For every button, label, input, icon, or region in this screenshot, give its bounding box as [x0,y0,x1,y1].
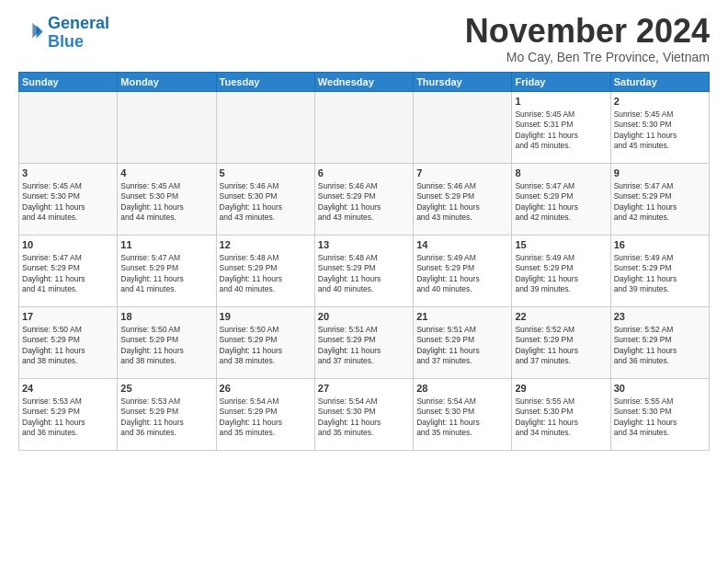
day-info: Sunrise: 5:53 AMSunset: 5:29 PMDaylight:… [120,396,212,439]
calendar-cell: 14Sunrise: 5:49 AMSunset: 5:29 PMDayligh… [414,236,512,307]
day-info: Sunrise: 5:50 AMSunset: 5:29 PMDaylight:… [120,325,212,367]
day-info: Sunrise: 5:46 AMSunset: 5:29 PMDaylight:… [416,181,508,224]
day-number: 4 [120,167,212,180]
weekday-header: Friday [512,73,610,92]
day-number: 25 [120,382,212,396]
weekday-header: Sunday [19,73,118,92]
page: General Blue November 2024 Mo Cay, Ben T… [0,0,728,460]
calendar-cell: 21Sunrise: 5:51 AMSunset: 5:29 PMDayligh… [414,307,512,379]
day-number: 3 [22,167,114,180]
month-title: November 2024 [465,15,710,48]
day-info: Sunrise: 5:52 AMSunset: 5:29 PMDaylight:… [614,325,706,367]
day-info: Sunrise: 5:45 AMSunset: 5:30 PMDaylight:… [120,181,212,224]
logo-text: General Blue [48,15,109,52]
weekday-header: Monday [118,73,216,92]
calendar-cell: 22Sunrise: 5:52 AMSunset: 5:29 PMDayligh… [512,307,610,379]
logo-icon [18,20,44,46]
calendar-week-row: 17Sunrise: 5:50 AMSunset: 5:29 PMDayligh… [19,307,710,379]
calendar-cell: 6Sunrise: 5:46 AMSunset: 5:29 PMDaylight… [314,164,413,236]
day-info: Sunrise: 5:47 AMSunset: 5:29 PMDaylight:… [515,181,607,224]
day-number: 9 [614,167,706,180]
weekday-header: Saturday [610,73,709,92]
day-info: Sunrise: 5:52 AMSunset: 5:29 PMDaylight:… [515,325,607,367]
day-info: Sunrise: 5:46 AMSunset: 5:30 PMDaylight:… [220,181,312,224]
calendar-cell: 25Sunrise: 5:53 AMSunset: 5:29 PMDayligh… [118,379,216,451]
day-info: Sunrise: 5:45 AMSunset: 5:31 PMDaylight:… [515,109,607,152]
calendar-cell: 17Sunrise: 5:50 AMSunset: 5:29 PMDayligh… [19,307,118,379]
day-number: 13 [318,238,410,252]
calendar-cell [19,92,118,164]
day-number: 18 [120,310,212,324]
day-number: 17 [22,310,114,324]
day-info: Sunrise: 5:54 AMSunset: 5:29 PMDaylight:… [220,396,312,439]
location: Mo Cay, Ben Tre Province, Vietnam [465,50,710,64]
calendar-cell [118,92,216,164]
day-info: Sunrise: 5:49 AMSunset: 5:29 PMDaylight:… [515,253,607,295]
calendar-week-row: 3Sunrise: 5:45 AMSunset: 5:30 PMDaylight… [19,164,710,236]
day-info: Sunrise: 5:55 AMSunset: 5:30 PMDaylight:… [515,396,607,439]
day-info: Sunrise: 5:55 AMSunset: 5:30 PMDaylight:… [614,396,706,439]
weekday-header: Thursday [414,73,512,92]
calendar-cell: 24Sunrise: 5:53 AMSunset: 5:29 PMDayligh… [19,379,118,451]
day-info: Sunrise: 5:47 AMSunset: 5:29 PMDaylight:… [120,253,212,295]
calendar-cell: 11Sunrise: 5:47 AMSunset: 5:29 PMDayligh… [118,236,216,307]
day-number: 15 [515,238,607,252]
day-number: 1 [515,95,607,109]
day-number: 26 [220,382,312,396]
day-number: 23 [614,310,706,324]
title-block: November 2024 Mo Cay, Ben Tre Province, … [465,15,710,64]
day-info: Sunrise: 5:48 AMSunset: 5:29 PMDaylight:… [318,253,410,295]
day-number: 14 [416,238,508,252]
day-number: 21 [416,310,508,324]
calendar-cell: 5Sunrise: 5:46 AMSunset: 5:30 PMDaylight… [216,164,314,236]
day-number: 30 [614,382,706,396]
day-number: 28 [416,382,508,396]
calendar-cell: 26Sunrise: 5:54 AMSunset: 5:29 PMDayligh… [216,379,314,451]
day-number: 22 [515,310,607,324]
calendar-header-row: SundayMondayTuesdayWednesdayThursdayFrid… [19,73,710,92]
day-number: 2 [614,95,706,109]
calendar: SundayMondayTuesdayWednesdayThursdayFrid… [18,72,710,451]
day-number: 27 [318,382,410,396]
day-number: 6 [318,167,410,180]
calendar-week-row: 10Sunrise: 5:47 AMSunset: 5:29 PMDayligh… [19,236,710,307]
day-info: Sunrise: 5:46 AMSunset: 5:29 PMDaylight:… [318,181,410,224]
day-info: Sunrise: 5:49 AMSunset: 5:29 PMDaylight:… [416,253,508,295]
calendar-cell: 10Sunrise: 5:47 AMSunset: 5:29 PMDayligh… [19,236,118,307]
calendar-cell: 13Sunrise: 5:48 AMSunset: 5:29 PMDayligh… [314,236,413,307]
day-number: 12 [220,238,312,252]
calendar-cell: 27Sunrise: 5:54 AMSunset: 5:30 PMDayligh… [314,379,413,451]
day-info: Sunrise: 5:51 AMSunset: 5:29 PMDaylight:… [318,325,410,367]
logo-line2: Blue [48,32,84,51]
day-number: 7 [416,167,508,180]
day-info: Sunrise: 5:54 AMSunset: 5:30 PMDaylight:… [318,396,410,439]
calendar-cell: 15Sunrise: 5:49 AMSunset: 5:29 PMDayligh… [512,236,610,307]
calendar-cell: 28Sunrise: 5:54 AMSunset: 5:30 PMDayligh… [414,379,512,451]
header: General Blue November 2024 Mo Cay, Ben T… [18,15,710,64]
weekday-header: Tuesday [216,73,314,92]
svg-marker-1 [32,23,40,39]
logo: General Blue [18,15,109,52]
calendar-cell: 12Sunrise: 5:48 AMSunset: 5:29 PMDayligh… [216,236,314,307]
calendar-cell [414,92,512,164]
calendar-cell: 20Sunrise: 5:51 AMSunset: 5:29 PMDayligh… [314,307,413,379]
weekday-header: Wednesday [314,73,413,92]
day-number: 10 [22,238,114,252]
day-info: Sunrise: 5:51 AMSunset: 5:29 PMDaylight:… [416,325,508,367]
day-number: 8 [515,167,607,180]
calendar-cell: 23Sunrise: 5:52 AMSunset: 5:29 PMDayligh… [610,307,709,379]
calendar-cell: 18Sunrise: 5:50 AMSunset: 5:29 PMDayligh… [118,307,216,379]
calendar-cell: 4Sunrise: 5:45 AMSunset: 5:30 PMDaylight… [118,164,216,236]
calendar-week-row: 24Sunrise: 5:53 AMSunset: 5:29 PMDayligh… [19,379,710,451]
day-number: 24 [22,382,114,396]
day-number: 29 [515,382,607,396]
day-info: Sunrise: 5:45 AMSunset: 5:30 PMDaylight:… [614,109,706,152]
logo-line1: General [48,14,109,32]
day-number: 16 [614,238,706,252]
calendar-cell: 8Sunrise: 5:47 AMSunset: 5:29 PMDaylight… [512,164,610,236]
calendar-cell: 16Sunrise: 5:49 AMSunset: 5:29 PMDayligh… [610,236,709,307]
calendar-cell: 9Sunrise: 5:47 AMSunset: 5:29 PMDaylight… [610,164,709,236]
calendar-cell [314,92,413,164]
day-info: Sunrise: 5:45 AMSunset: 5:30 PMDaylight:… [22,181,114,224]
calendar-cell: 29Sunrise: 5:55 AMSunset: 5:30 PMDayligh… [512,379,610,451]
